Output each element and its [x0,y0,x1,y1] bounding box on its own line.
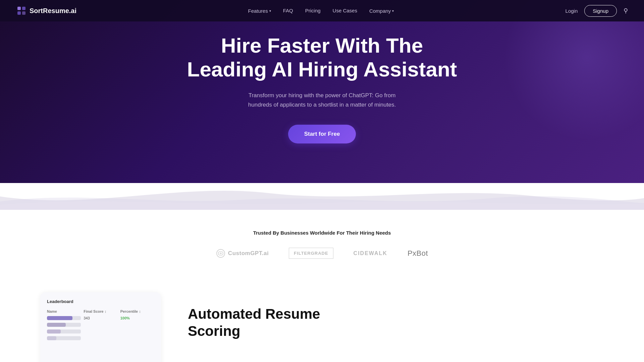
svg-rect-0 [17,7,21,10]
features-chevron-icon: ▾ [269,9,271,13]
col-percentile: Percentile ↕ [120,309,154,313]
logo-pxbot: PxBot [408,249,428,258]
leaderboard-mock: Leaderboard Name Final Score ↕ Percentil… [40,292,161,350]
bar-1 [47,316,72,320]
bar-wrap-3 [47,329,81,334]
nav-company[interactable]: Company ▾ [369,8,394,14]
wave-divider [0,183,644,210]
logo-filtergrade: FILTERGRADE [289,248,333,259]
hero-subtitle: Transform your hiring with the power of … [241,91,402,110]
bar-3 [47,329,61,334]
hero-section: Hire Faster With The Leading AI Hiring A… [0,0,644,184]
svg-rect-3 [22,11,25,15]
company-chevron-icon: ▾ [392,9,394,13]
customgpt-icon [216,249,225,258]
feature-section: Leaderboard Name Final Score ↕ Percentil… [0,272,644,362]
signup-button[interactable]: Signup [584,5,617,17]
score-1: 343 [84,316,117,320]
bar-2 [47,323,66,327]
bar-wrap-2 [47,323,81,327]
svg-point-5 [220,252,222,254]
search-icon[interactable]: ⚲ [624,7,628,14]
nav-use-cases[interactable]: Use Cases [333,8,357,13]
logo-icon [16,5,27,16]
trust-logos: CustomGPT.ai FILTERGRADE CIDEWALK PxBot [216,248,428,259]
leaderboard-row-4 [47,336,154,340]
nav-pricing[interactable]: Pricing [305,8,321,13]
nav-actions: Login Signup ⚲ [566,5,628,17]
leaderboard-title: Leaderboard [47,299,154,304]
bar-wrap-4 [47,336,81,340]
bar-wrap-1 [47,316,81,320]
svg-rect-1 [22,7,25,10]
trust-section: Trusted By Businesses Worldwide For Thei… [0,210,644,272]
feature-text: Automated Resume Scoring [188,292,604,340]
leaderboard-row-3 [47,329,154,334]
leaderboard-row-2 [47,323,154,327]
logo-customgpt: CustomGPT.ai [216,249,269,258]
feature-heading: Automated Resume Scoring [188,306,604,340]
feature-card-leaderboard: Leaderboard Name Final Score ↕ Percentil… [40,292,161,362]
nav-links: Features ▾ FAQ Pricing Use Cases Company… [248,8,394,14]
leaderboard-header-row: Name Final Score ↕ Percentile ↕ [47,309,154,313]
hero-title: Hire Faster With The Leading AI Hiring A… [184,34,460,81]
login-link[interactable]: Login [566,8,578,14]
navbar: SortResume.ai Features ▾ FAQ Pricing Use… [0,0,644,21]
bar-4 [47,336,56,340]
logo[interactable]: SortResume.ai [16,5,76,16]
percent-1: 100% [120,316,154,320]
svg-rect-2 [17,11,21,15]
logo-cidewalk: CIDEWALK [354,250,387,256]
start-free-button[interactable]: Start for Free [288,125,356,143]
nav-faq[interactable]: FAQ [283,8,293,13]
col-name: Name [47,309,81,313]
nav-features[interactable]: Features ▾ [248,8,271,14]
col-score: Final Score ↕ [84,309,117,313]
logo-text: SortResume.ai [30,7,76,15]
trust-title: Trusted By Businesses Worldwide For Thei… [253,230,391,236]
leaderboard-row-1: 343 100% [47,316,154,320]
